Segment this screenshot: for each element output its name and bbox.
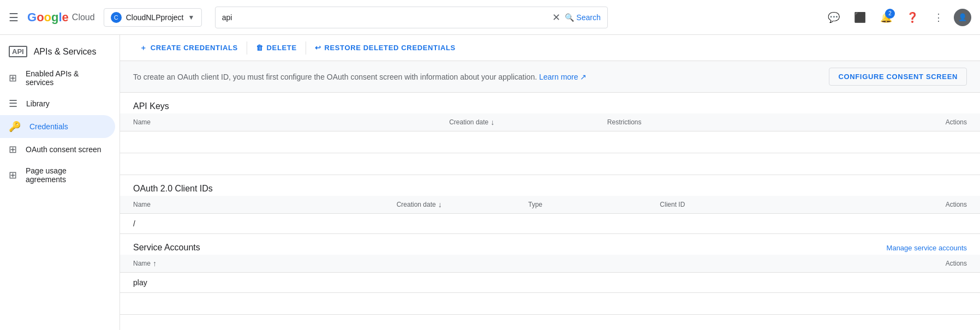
configure-consent-screen-button[interactable]: CONFIGURE CONSENT SCREEN — [829, 68, 967, 86]
sidebar-item-library[interactable]: ☰ Library — [0, 92, 115, 115]
manage-service-accounts-label: Manage service accounts — [887, 244, 967, 252]
delete-icon: 🗑 — [256, 44, 264, 52]
sidebar: API APIs & Services ⊞ Enabled APIs & ser… — [0, 35, 120, 330]
api-keys-name-col-header: Name — [133, 118, 449, 126]
manage-service-accounts-link[interactable]: Manage service accounts — [887, 244, 967, 252]
sidebar-title: APIs & Services — [34, 47, 97, 57]
search-button[interactable]: 🔍 Search — [565, 13, 600, 22]
sidebar-item-label: Enabled APIs & services — [26, 69, 106, 87]
oauth-date-col-header[interactable]: Creation date ↓ — [397, 200, 528, 209]
api-keys-date-col-header[interactable]: Creation date ↓ — [449, 118, 607, 127]
project-name: CloudNLPproject — [126, 13, 184, 22]
logo-icon: Google — [27, 10, 69, 25]
plus-icon: ＋ — [140, 43, 147, 53]
user-avatar[interactable]: 👤 — [954, 9, 971, 26]
layout: API APIs & Services ⊞ Enabled APIs & ser… — [0, 35, 980, 330]
oauth-icon: ⊞ — [9, 143, 17, 155]
oauth-type-col-header: Type — [528, 201, 660, 208]
main-content: ＋ CREATE CREDENTIALS 🗑 DELETE ↩ RESTORE … — [120, 35, 980, 330]
learn-more-label: Learn more — [539, 73, 578, 81]
api-keys-actions-label: Actions — [946, 118, 967, 126]
sort-down-icon[interactable]: ↓ — [491, 118, 494, 127]
table-row: / — [120, 214, 980, 234]
more-icon: ⋮ — [934, 11, 943, 23]
service-accounts-empty-row — [120, 293, 980, 315]
restore-deleted-button[interactable]: ↩ RESTORE DELETED CREDENTIALS — [308, 39, 462, 56]
oauth-title: OAuth 2.0 Client IDs — [133, 184, 213, 194]
create-credentials-label: CREATE CREDENTIALS — [151, 44, 238, 52]
external-link-icon: ↗ — [580, 73, 587, 81]
api-badge: API — [9, 46, 27, 57]
create-credentials-button[interactable]: ＋ CREATE CREDENTIALS — [133, 39, 244, 57]
chat-icon: 💬 — [828, 11, 840, 23]
cloud-label: Cloud — [72, 13, 95, 22]
search-icon: 🔍 — [565, 13, 574, 22]
service-accounts-actions-label: Actions — [946, 260, 967, 267]
creation-date-label: Creation date — [449, 118, 488, 126]
banner-description: To create an OAuth client ID, you must f… — [133, 73, 539, 81]
project-icon: C — [111, 12, 122, 23]
service-accounts-name-label: Name — [133, 260, 151, 267]
enabled-apis-icon: ⊞ — [9, 72, 17, 84]
sidebar-item-enabled-apis[interactable]: ⊞ Enabled APIs & services — [0, 64, 115, 92]
service-account-row-name: play — [133, 278, 923, 287]
api-keys-name-label: Name — [133, 118, 151, 126]
search-bar: ✕ 🔍 Search — [215, 7, 608, 28]
oauth-header: Name Creation date ↓ Type Client ID Acti… — [120, 196, 980, 214]
api-keys-restrictions-col-header: Restrictions — [607, 118, 923, 126]
delete-label: DELETE — [267, 44, 297, 52]
table-row: play — [120, 273, 980, 293]
oauth-banner: To create an OAuth client ID, you must f… — [120, 61, 980, 93]
service-accounts-section: Service Accounts Manage service accounts… — [120, 234, 980, 315]
toolbar-separator — [247, 41, 247, 55]
oauth-section: OAuth 2.0 Client IDs Name Creation date … — [120, 175, 980, 234]
service-accounts-title-row: Service Accounts Manage service accounts — [120, 234, 980, 255]
notification-button[interactable]: 🔔 2 — [875, 7, 897, 28]
api-keys-section: API Keys Name Creation date ↓ Restrictio… — [120, 93, 980, 175]
menu-icon[interactable]: ☰ — [9, 11, 19, 24]
sidebar-item-label: Page usage agreements — [26, 166, 106, 184]
oauth-name-label: Name — [133, 201, 151, 208]
search-clear-icon[interactable]: ✕ — [552, 11, 560, 23]
credentials-icon: 🔑 — [9, 121, 21, 133]
client-id-label: Client ID — [660, 201, 685, 208]
api-keys-title-row: API Keys — [120, 93, 980, 113]
oauth-actions-label: Actions — [946, 201, 967, 208]
delete-button[interactable]: 🗑 DELETE — [249, 39, 303, 56]
service-accounts-actions-col-header: Actions — [923, 260, 967, 267]
sort-up-icon[interactable]: ↑ — [153, 259, 157, 268]
sidebar-item-credentials[interactable]: 🔑 Credentials — [0, 115, 115, 138]
project-selector[interactable]: C CloudNLPproject ▼ — [104, 8, 202, 27]
oauth-row-name: / — [133, 219, 397, 228]
chat-icon-button[interactable]: 💬 — [823, 7, 845, 28]
configure-btn-label: CONFIGURE CONSENT SCREEN — [838, 73, 958, 81]
sidebar-item-page-usage[interactable]: ⊞ Page usage agreements — [0, 161, 115, 189]
restrictions-label: Restrictions — [607, 118, 642, 126]
oauth-title-row: OAuth 2.0 Client IDs — [120, 175, 980, 196]
banner-text-container: To create an OAuth client ID, you must f… — [133, 73, 587, 81]
sidebar-item-label: Credentials — [29, 122, 68, 131]
oauth-actions-col-header: Actions — [923, 201, 967, 208]
sidebar-item-oauth-consent[interactable]: ⊞ OAuth consent screen — [0, 138, 115, 161]
api-keys-empty-row-1 — [120, 131, 980, 153]
service-accounts-name-col-header[interactable]: Name ↑ — [133, 259, 923, 268]
toolbar: ＋ CREATE CREDENTIALS 🗑 DELETE ↩ RESTORE … — [120, 35, 980, 61]
oauth-creation-date-label: Creation date — [397, 201, 436, 208]
oauth-sort-down-icon[interactable]: ↓ — [438, 200, 442, 209]
learn-more-link[interactable]: Learn more ↗ — [539, 73, 587, 81]
more-options-button[interactable]: ⋮ — [928, 7, 949, 28]
service-accounts-header: Name ↑ Actions — [120, 255, 980, 273]
oauth-client-id-col-header: Client ID — [660, 201, 923, 208]
api-keys-header: Name Creation date ↓ Restrictions Action… — [120, 113, 980, 131]
notification-badge: 2 — [885, 9, 895, 19]
help-button[interactable]: ❓ — [901, 7, 923, 28]
google-cloud-logo[interactable]: Google Cloud — [27, 10, 95, 25]
cloud-shell-button[interactable]: ⬛ — [849, 7, 871, 28]
search-input[interactable] — [222, 13, 553, 22]
restore-label: RESTORE DELETED CREDENTIALS — [324, 44, 456, 52]
top-nav: ☰ Google Cloud C CloudNLPproject ▼ ✕ 🔍 S… — [0, 0, 980, 35]
nav-icons: 💬 ⬛ 🔔 2 ❓ ⋮ 👤 — [823, 7, 971, 28]
service-accounts-title: Service Accounts — [133, 243, 200, 253]
sidebar-header: API APIs & Services — [0, 39, 119, 64]
terminal-icon: ⬛ — [854, 11, 866, 23]
